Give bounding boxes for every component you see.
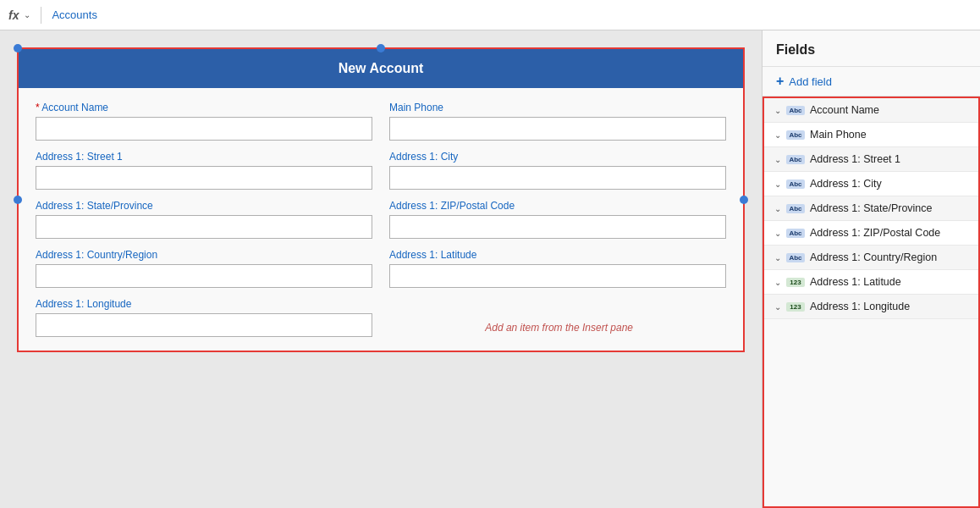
field-item-label: Address 1: State/Province [810,202,933,214]
input-address-city[interactable] [389,166,726,190]
field-item-label: Address 1: Longitude [810,301,910,312]
handle-top-left[interactable] [14,44,22,52]
label-address-zip: Address 1: ZIP/Postal Code [389,200,726,212]
chevron-icon: ⌄ [774,253,781,262]
field-item-address-street[interactable]: ⌄ Abc Address 1: Street 1 [764,147,978,172]
input-address-lat[interactable] [389,264,726,288]
chevron-icon: ⌄ [774,130,781,140]
insert-hint: Add an item from the Insert pane [485,322,633,334]
chevron-icon: ⌄ [774,302,781,312]
chevron-icon: ⌄ [774,179,781,189]
field-item-label: Account Name [810,104,879,116]
chevron-icon: ⌄ [774,155,781,164]
chevron-icon: ⌄ [774,278,781,287]
input-main-phone[interactable] [389,117,726,141]
chevron-icon: ⌄ [774,229,781,238]
field-group-account-name: Account Name [36,102,372,141]
field-item-address-country[interactable]: ⌄ Abc Address 1: Country/Region [764,246,978,270]
field-item-label: Address 1: City [810,178,882,190]
chevron-icon: ⌄ [774,204,781,213]
field-group-main-phone: Main Phone [389,102,726,141]
label-address-state: Address 1: State/Province [36,200,372,212]
right-panel: Fields + Add field ⌄ Abc Account Name ⌄ … [762,30,980,508]
field-group-address-state: Address 1: State/Province [36,200,372,239]
input-address-state[interactable] [36,215,372,239]
field-group-address-lat: Address 1: Latitude [389,249,726,288]
field-type-icon: Abc [786,204,805,213]
add-field-label: Add field [789,75,832,88]
field-item-label: Main Phone [810,129,867,141]
field-type-icon: Abc [786,229,805,238]
field-item-label: Address 1: ZIP/Postal Code [810,227,940,239]
input-address-lon[interactable] [36,313,372,337]
field-item-main-phone[interactable]: ⌄ Abc Main Phone [764,123,978,147]
input-address-country[interactable] [36,264,372,288]
label-main-phone: Main Phone [389,102,726,113]
field-group-address-street: Address 1: Street 1 [36,151,372,190]
handle-top-mid[interactable] [377,44,385,52]
field-group-address-country: Address 1: Country/Region [36,249,372,288]
top-bar: fx ⌄ Accounts [0,0,980,30]
fields-list: ⌄ Abc Account Name ⌄ Abc Main Phone ⌄ Ab… [763,97,980,508]
input-account-name[interactable] [36,117,372,141]
field-type-icon: Abc [786,155,805,164]
field-type-icon: Abc [786,130,805,140]
add-field-button[interactable]: + Add field [763,67,980,97]
label-address-country: Address 1: Country/Region [36,249,372,261]
field-item-address-state[interactable]: ⌄ Abc Address 1: State/Province [764,196,978,221]
form-container: New Account Account Name Main Phone [17,47,745,352]
input-address-street[interactable] [36,166,372,190]
field-grid: Account Name Main Phone Address 1: Stree… [36,102,726,337]
canvas-area: New Account Account Name Main Phone [0,30,762,508]
label-address-lon: Address 1: Longitude [36,298,372,310]
field-item-label: Address 1: Street 1 [810,153,900,165]
label-account-name: Account Name [36,102,372,113]
form-title: New Account [339,61,424,75]
field-group-address-zip: Address 1: ZIP/Postal Code [389,200,726,239]
label-address-city: Address 1: City [389,151,726,163]
fields-panel-title: Fields [763,30,980,67]
form-header: New Account [19,49,743,88]
chevron-icon: ⌄ [774,106,781,115]
field-type-icon: Abc [786,253,805,262]
breadcrumb[interactable]: Accounts [52,8,96,21]
field-type-icon: 123 [786,278,805,287]
fx-icon: fx [8,8,19,22]
field-item-account-name[interactable]: ⌄ Abc Account Name [764,98,978,123]
field-group-address-lon: Address 1: Longitude [36,298,372,337]
field-type-icon: Abc [786,179,805,189]
fx-chevron-icon[interactable]: ⌄ [24,10,30,19]
form-body: Account Name Main Phone Address 1: Stree… [19,88,743,351]
input-address-zip[interactable] [389,215,726,239]
field-item-address-city[interactable]: ⌄ Abc Address 1: City [764,172,978,196]
field-type-icon: 123 [786,302,805,312]
field-item-address-lon[interactable]: ⌄ 123 Address 1: Longitude [764,295,978,319]
label-address-lat: Address 1: Latitude [389,249,726,261]
field-item-label: Address 1: Latitude [810,276,901,288]
top-bar-separator [41,7,41,24]
field-item-address-lat[interactable]: ⌄ 123 Address 1: Latitude [764,270,978,295]
field-group-address-city: Address 1: City [389,151,726,190]
label-address-street: Address 1: Street 1 [36,151,372,163]
field-item-address-zip[interactable]: ⌄ Abc Address 1: ZIP/Postal Code [764,221,978,246]
field-item-label: Address 1: Country/Region [810,251,937,263]
field-type-icon: Abc [786,106,805,115]
plus-icon: + [776,74,784,89]
main-layout: New Account Account Name Main Phone [0,30,980,508]
